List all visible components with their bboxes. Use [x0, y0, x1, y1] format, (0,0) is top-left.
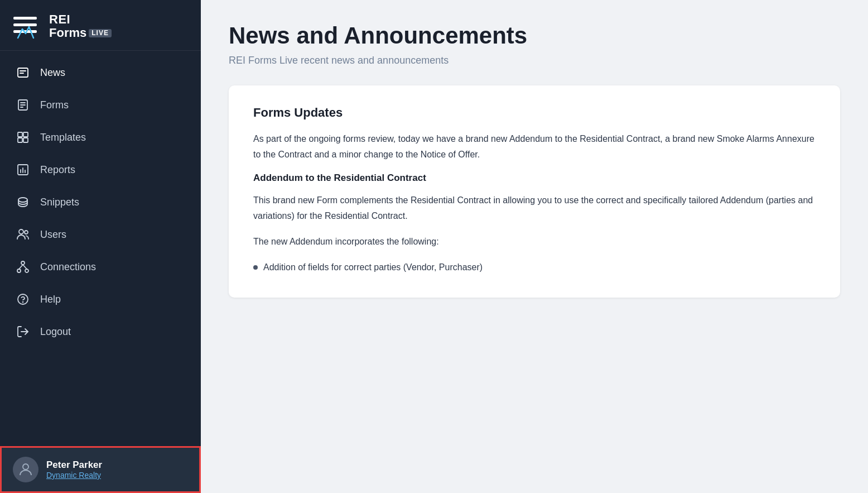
- svg-rect-0: [13, 17, 37, 20]
- logo-rei: REI: [49, 13, 112, 26]
- connections-icon: [16, 260, 30, 274]
- news-card: Forms Updates As part of the ongoing for…: [229, 85, 840, 298]
- sidebar-item-label: Connections: [40, 261, 96, 273]
- snippets-icon: [16, 195, 30, 209]
- sidebar-item-news[interactable]: News: [0, 56, 201, 89]
- svg-point-20: [25, 231, 28, 234]
- user-company: Dynamic Realty: [46, 471, 102, 480]
- user-profile[interactable]: Peter Parker Dynamic Realty: [0, 446, 201, 493]
- news-section-body: This brand new Form complements the Resi…: [253, 193, 816, 224]
- news-bullet-list: Addition of fields for correct parties (…: [253, 260, 816, 275]
- svg-rect-12: [18, 138, 22, 142]
- svg-point-19: [19, 229, 23, 234]
- users-icon: [16, 227, 30, 242]
- sidebar-item-snippets[interactable]: Snippets: [0, 186, 201, 218]
- svg-rect-3: [18, 68, 28, 77]
- avatar: [13, 457, 38, 482]
- sidebar-item-label: News: [40, 67, 65, 79]
- news-section-heading: Addendum to the Residential Contract: [253, 173, 816, 184]
- page-subtitle: REI Forms Live recent news and announcem…: [229, 55, 840, 66]
- sidebar-item-templates[interactable]: Templates: [0, 121, 201, 154]
- svg-rect-10: [18, 132, 22, 137]
- svg-line-24: [19, 265, 23, 269]
- sidebar-item-label: Help: [40, 294, 61, 305]
- sidebar-nav: News Forms Templates Reports: [0, 51, 201, 446]
- reports-icon: [16, 162, 30, 177]
- help-icon: [16, 292, 30, 307]
- page-header: News and Announcements REI Forms Live re…: [201, 0, 868, 80]
- user-info: Peter Parker Dynamic Realty: [46, 460, 102, 480]
- svg-point-27: [23, 302, 23, 303]
- logo-graphic: [13, 12, 41, 40]
- sidebar-item-reports[interactable]: Reports: [0, 154, 201, 186]
- news-intro: As part of the ongoing forms review, tod…: [253, 131, 816, 162]
- news-heading: Forms Updates: [253, 106, 816, 120]
- news-icon: [16, 65, 30, 80]
- sidebar-item-label: Users: [40, 229, 66, 241]
- logo-text: REI Forms LIVE: [49, 13, 112, 40]
- page-title: News and Announcements: [229, 22, 840, 49]
- sidebar-item-label: Forms: [40, 99, 69, 111]
- sidebar-item-label: Templates: [40, 132, 86, 143]
- sidebar-item-connections[interactable]: Connections: [0, 251, 201, 283]
- sidebar-item-label: Logout: [40, 326, 71, 338]
- sidebar: REI Forms LIVE News Forms Te: [0, 0, 201, 493]
- logout-icon: [16, 324, 30, 339]
- bullet-text: Addition of fields for correct parties (…: [263, 260, 483, 275]
- user-name: Peter Parker: [46, 460, 102, 471]
- bullet-dot: [253, 265, 258, 270]
- sidebar-item-label: Snippets: [40, 197, 79, 208]
- live-badge: LIVE: [89, 29, 112, 37]
- content-area: Forms Updates As part of the ongoing for…: [201, 80, 868, 320]
- logo-forms-live: Forms LIVE: [49, 26, 112, 40]
- svg-rect-13: [23, 138, 28, 142]
- svg-line-25: [23, 265, 27, 269]
- main-content: News and Announcements REI Forms Live re…: [201, 0, 868, 493]
- svg-point-29: [23, 464, 28, 470]
- sidebar-item-logout[interactable]: Logout: [0, 315, 201, 348]
- svg-rect-1: [13, 23, 37, 26]
- sidebar-item-help[interactable]: Help: [0, 283, 201, 315]
- sidebar-logo: REI Forms LIVE: [0, 0, 201, 51]
- news-paragraph-2: The new Addendum incorporates the follow…: [253, 234, 816, 250]
- forms-icon: [16, 98, 30, 112]
- sidebar-item-forms[interactable]: Forms: [0, 89, 201, 121]
- list-item: Addition of fields for correct parties (…: [253, 260, 816, 275]
- svg-rect-11: [23, 132, 28, 137]
- templates-icon: [16, 130, 30, 145]
- sidebar-item-users[interactable]: Users: [0, 218, 201, 251]
- svg-point-18: [18, 198, 27, 202]
- sidebar-item-label: Reports: [40, 164, 75, 176]
